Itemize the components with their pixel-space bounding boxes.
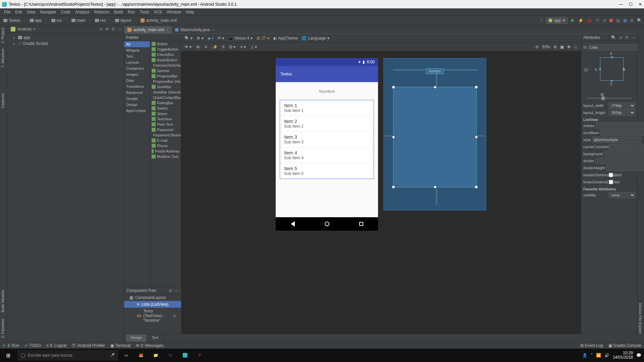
rail-favorites[interactable]: 2: Favorites bbox=[0, 316, 5, 341]
notifications-icon[interactable]: 💬 bbox=[636, 353, 641, 358]
attr-visibility-select[interactable]: none bbox=[609, 192, 635, 198]
project-view-selector[interactable]: Android ▾ bbox=[9, 26, 37, 32]
menu-view[interactable]: View bbox=[25, 9, 38, 15]
palette-item[interactable]: Switch bbox=[150, 106, 181, 111]
more-icon[interactable]: ⋯ bbox=[614, 173, 620, 177]
list-item[interactable]: Item 1Sub Item 1 bbox=[280, 100, 374, 116]
network-icon[interactable]: 📶 bbox=[596, 353, 601, 358]
guidelines-icon[interactable]: ⊥ ▾ bbox=[251, 45, 257, 49]
dt-api[interactable]: ⊞ 27 ▾ bbox=[257, 36, 269, 41]
list-item[interactable]: Item 2Sub Item 2 bbox=[280, 116, 374, 132]
people-icon[interactable]: 👤 bbox=[582, 353, 587, 358]
default-margin[interactable]: 8 bbox=[222, 45, 224, 49]
tree-item-app[interactable]: ▸app bbox=[7, 35, 124, 41]
palette-cat-all[interactable]: All bbox=[124, 41, 150, 47]
palette-item[interactable]: RatingBar bbox=[150, 100, 181, 106]
tab-text[interactable]: Text bbox=[147, 334, 163, 342]
list-item[interactable]: Item 5Sub Item 5 bbox=[280, 163, 374, 179]
bc-app[interactable]: app bbox=[35, 18, 42, 23]
android-studio-icon[interactable] bbox=[178, 349, 192, 362]
menu-navigate[interactable]: Navigate bbox=[38, 9, 58, 15]
palette-cat-google[interactable]: Google bbox=[124, 96, 150, 102]
dt-design-mode[interactable]: ◆ ▾ bbox=[208, 36, 214, 41]
palette-cat-transitions[interactable]: Transitions bbox=[124, 83, 150, 89]
attr-input[interactable] bbox=[606, 165, 644, 171]
avd-icon[interactable]: ▤ bbox=[616, 18, 620, 23]
bb-gradle-console[interactable]: ▣ Gradle Console bbox=[608, 343, 641, 348]
structure-icon[interactable]: ⊞ bbox=[630, 18, 634, 23]
tab-design[interactable]: Design bbox=[126, 334, 147, 342]
palette-item[interactable]: Password (Numeric) bbox=[150, 132, 181, 138]
infer-icon[interactable]: ✨ bbox=[212, 45, 217, 49]
tray-up-icon[interactable]: ˄ bbox=[591, 353, 593, 358]
mic-icon[interactable]: 🎤 bbox=[110, 353, 115, 358]
close-icon[interactable]: × bbox=[166, 28, 168, 32]
palette-cat-date[interactable]: Date bbox=[124, 77, 150, 83]
blueprint-preview[interactable]: ∿∿∿∿∿∿∿∿∿∿∿∿∿∿∿∿∿∿∿∿∿∿∿∿∿∿∿∿∿∿∿∿∿∿∿∿∿∿∿∿… bbox=[383, 58, 486, 210]
attr-checkbox[interactable] bbox=[609, 172, 613, 178]
gear-icon[interactable]: ⚙ bbox=[111, 27, 115, 32]
palette-cat-text[interactable]: Text bbox=[124, 53, 150, 59]
attr-input[interactable] bbox=[604, 151, 644, 157]
menu-help[interactable]: Help bbox=[184, 9, 196, 15]
attr-input[interactable] bbox=[595, 158, 644, 164]
target-icon[interactable]: ✥ bbox=[105, 27, 109, 32]
palette-item[interactable]: CheckBox bbox=[150, 52, 181, 57]
dt-device[interactable]: 📱 Nexus 4 ▾ bbox=[228, 36, 253, 41]
menu-file[interactable]: File bbox=[2, 9, 12, 15]
menu-edit[interactable]: Edit bbox=[13, 9, 24, 15]
nav-back-icon[interactable] bbox=[291, 221, 295, 227]
attr-input[interactable] bbox=[600, 130, 644, 136]
profile-icon[interactable]: ⏱ bbox=[595, 18, 599, 23]
palette-item[interactable]: Multiline Text bbox=[150, 154, 181, 159]
bb-terminal[interactable]: ▣ Terminal bbox=[110, 343, 130, 348]
swap-icon[interactable]: ⇄ bbox=[619, 35, 622, 40]
align-icon[interactable]: ≡ ▾ bbox=[240, 45, 246, 49]
ct-texto[interactable]: AbTexto (TextView) - "Nombre"⚠ bbox=[124, 308, 181, 324]
tab-mainactivity[interactable]: MainActivity.java× bbox=[172, 26, 218, 34]
menu-build[interactable]: Build bbox=[112, 9, 125, 15]
palette-item[interactable]: Plain Text bbox=[150, 122, 181, 127]
constraint-widget[interactable]: 8 57 8 8 0 36 bbox=[583, 51, 635, 100]
menu-tools[interactable]: Tools bbox=[138, 9, 151, 15]
warning-icon[interactable]: ⚠ bbox=[574, 45, 578, 49]
rail-device-explorer[interactable]: Device File Explorer bbox=[638, 300, 643, 339]
run-config-selector[interactable]: app ▾ bbox=[546, 17, 568, 24]
attr-input[interactable] bbox=[609, 144, 644, 150]
clear-constraints-icon[interactable]: ✕ bbox=[204, 45, 208, 49]
dt-palette-search[interactable]: 🔍 ▾ bbox=[184, 36, 193, 41]
attr-input[interactable] bbox=[592, 137, 641, 143]
textview-nombre[interactable]: Nombre bbox=[280, 89, 374, 94]
search-icon[interactable]: 🔍 bbox=[611, 35, 616, 40]
bp-listview[interactable] bbox=[393, 87, 477, 187]
attr-id-input[interactable] bbox=[588, 44, 637, 50]
hide-icon[interactable]: — bbox=[175, 288, 179, 293]
palette-item[interactable]: Phone bbox=[150, 143, 181, 148]
explorer-icon[interactable]: 📁 bbox=[149, 349, 162, 362]
palette-cat-advanced[interactable]: Advanced bbox=[124, 89, 150, 96]
gear-icon[interactable]: ⚙ bbox=[169, 288, 172, 293]
maximize-button[interactable]: ☐ bbox=[629, 2, 633, 7]
firefox-icon[interactable]: 🦊 bbox=[134, 349, 148, 362]
list-item[interactable]: Item 4Sub Item 4 bbox=[280, 147, 374, 163]
run-icon[interactable] bbox=[571, 18, 575, 22]
autoconnect-icon[interactable]: ⊗ bbox=[196, 45, 200, 49]
zoom-fit-icon[interactable]: ▣ bbox=[560, 45, 564, 49]
bb-event-log[interactable]: ⊞ Event Log bbox=[580, 343, 603, 348]
nav-home-icon[interactable] bbox=[325, 222, 329, 226]
zoom-out-icon[interactable]: ⊖ bbox=[535, 45, 539, 49]
palette-cat-layouts[interactable]: Layouts bbox=[124, 59, 150, 65]
bb-profiler[interactable]: ⏱ Android Profiler bbox=[72, 343, 105, 348]
search-icon[interactable]: 🔍 bbox=[637, 18, 642, 23]
dt-gear[interactable]: ⚙ ▾ bbox=[197, 36, 203, 41]
rail-captures[interactable]: Captures bbox=[0, 90, 5, 111]
palette-item[interactable]: Spinner bbox=[150, 68, 181, 73]
palette-item[interactable]: Space bbox=[150, 111, 181, 116]
palette-item[interactable]: RadioButton bbox=[150, 57, 181, 63]
more-icon[interactable]: ⋯ bbox=[643, 137, 644, 142]
more-icon[interactable]: ⋯ bbox=[614, 180, 620, 184]
palette-cat-design[interactable]: Design bbox=[124, 102, 150, 108]
design-canvas[interactable]: ▾▮8:00 Textos Nombre Item 1Sub Item 1Ite… bbox=[181, 51, 581, 342]
start-button[interactable]: ⊞ bbox=[0, 349, 16, 362]
dt-orientation[interactable]: ⟳ ▾ bbox=[218, 36, 224, 41]
